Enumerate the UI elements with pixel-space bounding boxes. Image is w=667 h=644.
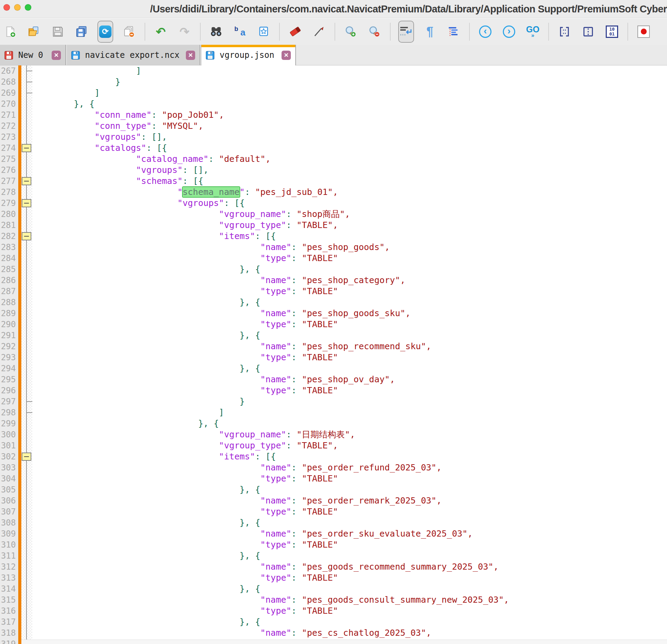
- zoom-window-button[interactable]: [25, 4, 31, 11]
- strip-button[interactable]: [311, 18, 327, 45]
- code-line[interactable]: }, {: [32, 98, 667, 110]
- replace-button[interactable]: b a: [232, 18, 248, 45]
- tab-close-button[interactable]: ✕: [282, 51, 291, 60]
- code-line[interactable]: "vgroups": [],: [32, 165, 667, 176]
- code-line[interactable]: }, {: [32, 550, 667, 561]
- code-line[interactable]: "type": "TABLE": [32, 506, 667, 517]
- fold-strip[interactable]: [21, 65, 32, 644]
- code-line[interactable]: "name": "pes_goods_consult_summary_new_2…: [32, 594, 667, 605]
- code-line[interactable]: ]: [32, 87, 667, 98]
- code-line[interactable]: }, {: [32, 583, 667, 594]
- code-lines[interactable]: ] } ] }, { "conn_name": "pop_Job01", "co…: [32, 65, 667, 644]
- fold-toggle[interactable]: [22, 199, 31, 207]
- code-line[interactable]: "type": "TABLE": [32, 286, 667, 297]
- code-line[interactable]: }, {: [32, 264, 667, 275]
- code-line[interactable]: "name": "pes_shop_goods",: [32, 242, 667, 253]
- code-line[interactable]: }, {: [32, 330, 667, 341]
- code-line[interactable]: "type": "TABLE": [32, 352, 667, 363]
- code-line[interactable]: "type": "TABLE": [32, 572, 667, 583]
- code-line[interactable]: }, {: [32, 616, 667, 627]
- code-line[interactable]: "type": "TABLE": [32, 385, 667, 396]
- code-line[interactable]: "type": "TABLE": [32, 473, 667, 484]
- close-window-button[interactable]: [3, 4, 10, 11]
- new-file-button[interactable]: [2, 18, 19, 45]
- record-macro-button[interactable]: [635, 18, 652, 45]
- close-documents-button[interactable]: [121, 18, 137, 45]
- code-line[interactable]: "items": [{: [32, 451, 667, 462]
- code-line[interactable]: "type": "TABLE": [32, 605, 667, 616]
- code-line[interactable]: "name": "pes_shop_recommend_sku",: [32, 341, 667, 352]
- code-line[interactable]: "catalog_name": "default",: [32, 154, 667, 165]
- code-line[interactable]: "name": "pes_shop_goods_sku",: [32, 308, 667, 319]
- editor[interactable]: 2672682692702712722732742752762772782792…: [0, 65, 667, 644]
- code-line[interactable]: "vgroups": [{: [32, 198, 667, 209]
- refresh-button[interactable]: ⟳: [97, 18, 114, 45]
- zoom-out-button[interactable]: [366, 18, 383, 45]
- code-line[interactable]: "vgroups": [],: [32, 132, 667, 143]
- code-line[interactable]: "conn_name": "pop_Job01",: [32, 110, 667, 121]
- code-line[interactable]: "items": [{: [32, 231, 667, 242]
- code-line[interactable]: "type": "TABLE": [32, 319, 667, 330]
- code-line[interactable]: "catalogs": [{: [32, 143, 667, 154]
- code-line[interactable]: }, {: [32, 484, 667, 495]
- code-line[interactable]: "vgroup_type": "TABLE",: [32, 440, 667, 451]
- code-line[interactable]: ]: [32, 65, 667, 76]
- code-line[interactable]: }, {: [32, 363, 667, 374]
- code-line[interactable]: }: [32, 76, 667, 87]
- code-line[interactable]: "name": "pes_order_sku_evaluate_2025_03"…: [32, 528, 667, 539]
- redo-button[interactable]: ↷: [176, 18, 193, 45]
- line-number: 305: [1, 484, 16, 495]
- code-line[interactable]: }: [32, 396, 667, 407]
- save-all-button[interactable]: [73, 18, 90, 45]
- hex-view-button[interactable]: 10 01: [604, 18, 620, 45]
- fold-toggle[interactable]: [22, 453, 31, 461]
- fold-toggle[interactable]: [22, 232, 31, 240]
- code-line[interactable]: "name": "pes_order_refund_2025_03",: [32, 462, 667, 473]
- code-line[interactable]: }, {: [32, 517, 667, 528]
- fold-toggle[interactable]: [22, 144, 31, 152]
- tab-vgroup-json[interactable]: vgroup.json ✕: [201, 45, 296, 65]
- code-line[interactable]: "name": "pes_order_remark_2025_03",: [32, 495, 667, 506]
- find-button[interactable]: [208, 18, 224, 45]
- code-line[interactable]: "vgroup_name": "shop商品",: [32, 209, 667, 220]
- bookmark-button[interactable]: [255, 18, 272, 45]
- code-line[interactable]: "type": "TABLE": [32, 253, 667, 264]
- minimize-window-button[interactable]: [14, 4, 21, 11]
- navigate-forward-button[interactable]: ›: [501, 18, 517, 45]
- code-line[interactable]: "conn_type": "MYSQL",: [32, 121, 667, 132]
- code-line[interactable]: "name": "pes_cs_chatlog_2025_03",: [32, 627, 667, 638]
- tab-close-button[interactable]: ✕: [186, 51, 195, 60]
- code-line[interactable]: "schemas": [{: [32, 176, 667, 187]
- match-brackets-button[interactable]: [556, 18, 573, 45]
- code-line[interactable]: }, {: [32, 418, 667, 429]
- code-line[interactable]: "type": "TABLE": [32, 539, 667, 550]
- navigate-back-button[interactable]: ‹: [477, 18, 494, 45]
- code-line[interactable]: "name": "pes_shop_category",: [32, 275, 667, 286]
- zoom-in-button[interactable]: [342, 18, 359, 45]
- indent-guides-button[interactable]: [445, 18, 462, 45]
- code-line[interactable]: "name": "pes_shop_ov_day",: [32, 374, 667, 385]
- horizontal-scrollbar[interactable]: [21, 640, 667, 644]
- code-line[interactable]: "vgroup_type": "TABLE",: [32, 220, 667, 231]
- line-number: 319: [1, 638, 16, 644]
- code-line[interactable]: "vgroup_name": "日期结构表",: [32, 429, 667, 440]
- tab-new-0[interactable]: New 0 ✕: [0, 45, 66, 65]
- undo-button[interactable]: ↶: [152, 18, 169, 45]
- tab-navicate-export[interactable]: navicate export.ncx ✕: [67, 45, 200, 65]
- clear-formatting-button[interactable]: [287, 18, 304, 45]
- open-file-button[interactable]: [26, 18, 42, 45]
- line-number: 292: [1, 341, 16, 352]
- code-line[interactable]: "name": "pes_goods_recommend_summary_202…: [32, 561, 667, 572]
- save-button[interactable]: [50, 18, 66, 45]
- word-wrap-button[interactable]: ↵: [398, 18, 414, 45]
- goto-line-button[interactable]: GO »: [525, 18, 541, 45]
- tab-close-button[interactable]: ✕: [52, 51, 61, 60]
- code-line[interactable]: ]: [32, 407, 667, 418]
- show-invisibles-button[interactable]: ¶: [422, 18, 438, 45]
- code-line[interactable]: "schema_name": "pes_jd_sub_01",: [32, 187, 667, 198]
- toolbar-separator: [627, 23, 628, 41]
- line-number: 307: [1, 506, 16, 517]
- fold-toggle[interactable]: [22, 177, 31, 185]
- code-line[interactable]: }, {: [32, 297, 667, 308]
- split-view-button[interactable]: [580, 18, 596, 45]
